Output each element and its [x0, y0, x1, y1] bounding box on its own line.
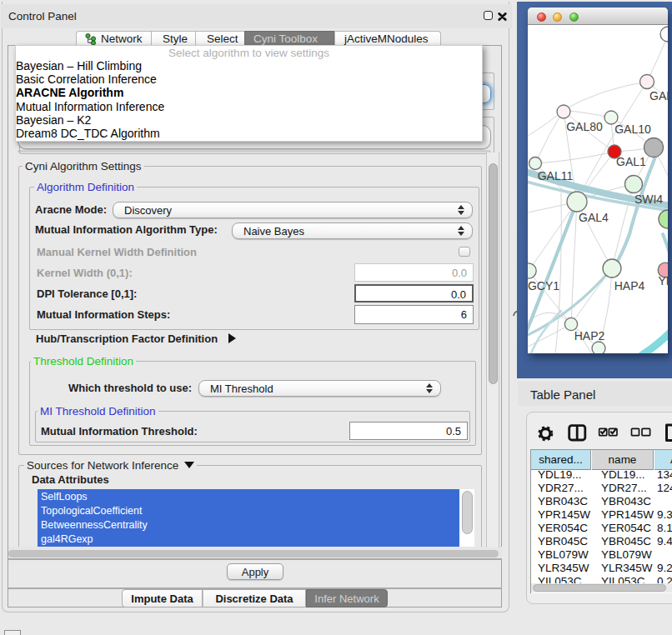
svg-text:GAL2: GAL2 [649, 89, 668, 102]
svg-text:HAP2: HAP2 [574, 329, 605, 342]
svg-text:GCY1: GCY1 [528, 279, 559, 292]
svg-text:GAL1: GAL1 [616, 155, 646, 168]
svg-text:GAL4: GAL4 [579, 211, 609, 224]
svg-text:SWI4: SWI4 [634, 192, 663, 206]
svg-text:YM: YM [659, 274, 669, 288]
svg-text:GAL11: GAL11 [538, 169, 574, 182]
svg-text:GAL10: GAL10 [614, 122, 651, 136]
svg-text:HAP4: HAP4 [614, 279, 645, 292]
svg-text:GAL80: GAL80 [566, 120, 603, 133]
